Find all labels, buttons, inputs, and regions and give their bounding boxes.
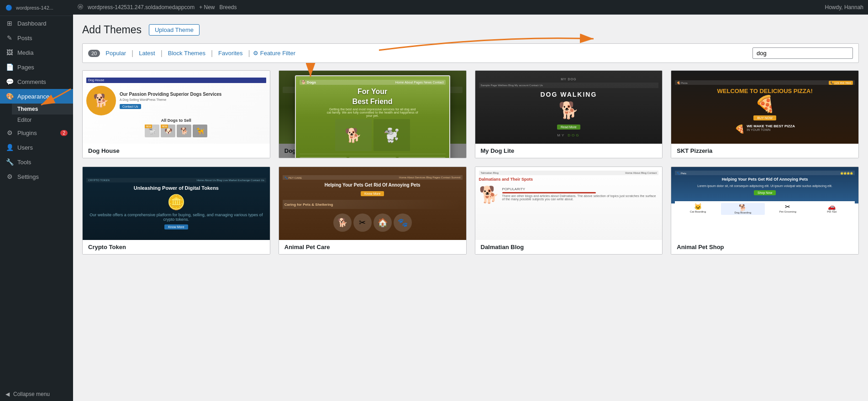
theme-count: 20 [88, 50, 100, 57]
site-url: wordpress-142... [16, 5, 53, 10]
theme-card-dogbreeder[interactable]: For Your Best Friend 🐕 🐩 Dog Breeder [279, 70, 467, 158]
plugins-icon: ⚙ [5, 129, 14, 136]
new-item[interactable]: + New [199, 4, 215, 10]
gear-icon: ⚙ [253, 50, 258, 57]
theme-card-pizza[interactable]: 🍕 Pizza 📞 123 456 7890 WELCOME TO DELICI… [671, 70, 859, 158]
howdy-text: Howdy, Hannah [825, 4, 864, 10]
theme-popup-card[interactable]: 🐕 Dogs Home About Pages News Contact For… [295, 75, 450, 158]
doghouse-subtext: All Dogs to Sell [161, 118, 191, 123]
dashboard-icon: ⊞ [5, 20, 14, 27]
page-title: Add Themes [82, 24, 142, 36]
sidebar-item-tools[interactable]: 🔧 Tools [0, 155, 73, 169]
wp-logo: ⓦ [78, 3, 83, 11]
tab-latest[interactable]: Latest [134, 48, 159, 58]
theme-thumbnail-doghouse: Dog House 🐕 Our Passion Providing Superi… [83, 71, 270, 144]
theme-thumbnail-petcare: 🐾 PET CARE Home About Services Blog Page… [279, 167, 466, 240]
sidebar-item-label: Plugins [17, 130, 37, 136]
theme-name-doghouse: Dog House [83, 144, 270, 158]
sidebar-item-label: Appearance [17, 93, 49, 100]
plugins-badge: 2 [60, 130, 68, 136]
theme-card-dalmatian[interactable]: Talmatian Blog Home About Blog Contact D… [475, 167, 663, 255]
sidebar-item-media[interactable]: 🖼 Media [0, 45, 73, 60]
sidebar-item-label: Themes [17, 106, 38, 112]
theme-name-petshop: Animal Pet Shop [671, 240, 858, 254]
search-box [752, 47, 853, 59]
theme-card-petcare[interactable]: 🐾 PET CARE Home About Services Blog Page… [279, 167, 467, 255]
sidebar: 🔵 wordpress-142... ⊞ Dashboard ✎ Posts 🖼… [0, 0, 73, 401]
sidebar-item-label: Comments [17, 78, 46, 85]
admin-bar-left: ⓦ wordpress-142531.247.soldadomedappcom … [78, 3, 237, 11]
admin-bar: ⓦ wordpress-142531.247.soldadomedappcom … [73, 0, 868, 15]
users-icon: 👤 [5, 144, 14, 151]
sidebar-item-dashboard[interactable]: ⊞ Dashboard [0, 16, 73, 31]
theme-thumbnail-crypto: CRYPTO TOKEN Home About Us Blog Live Mar… [83, 167, 270, 240]
sidebar-item-users[interactable]: 👤 Users [0, 140, 73, 155]
collapse-label: Collapse menu [13, 391, 50, 397]
theme-card-mydog[interactable]: My Dog Sample Page Wellnes Blog My accou… [475, 70, 663, 158]
sidebar-item-themes[interactable]: Themes [12, 104, 73, 115]
sidebar-submenu-appearance: Themes Editor [0, 104, 73, 125]
sidebar-item-label: Settings [17, 173, 39, 180]
media-icon: 🖼 [5, 49, 14, 56]
sidebar-logo: 🔵 wordpress-142... [0, 0, 73, 16]
petcare-title: Helping Your Pets Get Rid Of Annoying Pe… [325, 182, 421, 187]
sidebar-item-editor[interactable]: Editor [12, 115, 73, 125]
feature-filter[interactable]: ⚙ Feature Filter [253, 50, 295, 57]
sidebar-item-plugins[interactable]: ⚙ Plugins 2 [0, 125, 73, 140]
theme-name-petcare: Animal Pet Care [279, 240, 466, 254]
dalmatian-title: Dalmatians and Their Spots [479, 177, 533, 182]
crypto-title: Unleashing Power of Digital Tokens [134, 185, 219, 191]
theme-name-crypto: Crypto Token [83, 240, 270, 254]
sidebar-item-pages[interactable]: 📄 Pages [0, 60, 73, 74]
page-header: Add Themes Upload Theme [82, 24, 859, 36]
sidebar-item-label: Editor [17, 117, 32, 123]
doghouse-heading: Our Passion Providing Superior Dogs Serv… [120, 91, 221, 97]
theme-name-mydog: My Dog Lite [475, 144, 663, 158]
posts-icon: ✎ [5, 34, 14, 42]
theme-card-crypto[interactable]: CRYPTO TOKEN Home About Us Blog Live Mar… [82, 167, 270, 255]
petshop-title: Helping Your Pets Get Rid Of Annoying Pe… [722, 177, 808, 182]
sidebar-item-label: Posts [17, 35, 32, 42]
popup-thumbnail: 🐕 Dogs Home About Pages News Contact For… [296, 76, 449, 158]
wp-icon: 🔵 [5, 5, 12, 11]
main-content: ⓦ wordpress-142531.247.soldadomedappcom … [73, 0, 868, 401]
sidebar-item-label: Media [17, 49, 33, 56]
site-link[interactable]: wordpress-142531.247.soldadomedappcom [88, 4, 195, 10]
settings-icon: ⚙ [5, 173, 14, 180]
content-area: Add Themes Upload Theme 20 Popular | Lat… [73, 15, 868, 401]
mydog-text: DOG WALKING [540, 91, 597, 98]
pages-icon: 📄 [5, 63, 14, 71]
theme-thumbnail-mydog: My Dog Sample Page Wellnes Blog My accou… [475, 71, 663, 144]
theme-thumbnail-pizza: 🍕 Pizza 📞 123 456 7890 WELCOME TO DELICI… [671, 71, 858, 144]
sidebar-item-posts[interactable]: ✎ Posts [0, 31, 73, 45]
collapse-menu[interactable]: ◀ Collapse menu [0, 387, 73, 401]
appearance-icon: 🎨 [5, 93, 14, 100]
tab-popular[interactable]: Popular [101, 48, 131, 58]
search-input[interactable] [752, 47, 853, 59]
tab-block-themes[interactable]: Block Themes [163, 48, 210, 58]
breeds-item[interactable]: Breeds [220, 4, 237, 10]
sidebar-item-settings[interactable]: ⚙ Settings [0, 169, 73, 184]
theme-card-petshop[interactable]: 🐾 Pets ⭐⭐⭐⭐ Helping Your Pets Get Rid Of… [671, 167, 859, 255]
theme-name-pizza: SKT Pizzeria [671, 144, 858, 158]
theme-thumbnail-dalmatian: Talmatian Blog Home About Blog Contact D… [475, 167, 663, 240]
themes-grid: Dog House 🐕 Our Passion Providing Superi… [82, 70, 859, 255]
theme-thumbnail-petshop: 🐾 Pets ⭐⭐⭐⭐ Helping Your Pets Get Rid Of… [671, 167, 858, 240]
sidebar-item-comments[interactable]: 💬 Comments [0, 74, 73, 89]
sidebar-item-label: Dashboard [17, 20, 47, 27]
pizza-title: WELCOME TO DELICIOUS PIZZA! [717, 88, 813, 94]
sidebar-item-label: Users [17, 144, 33, 151]
theme-name-dalmatian: Dalmatian Blog [475, 240, 663, 254]
sidebar-item-label: Pages [17, 64, 34, 71]
theme-popup-overlay: 🐕 Dogs Home About Pages News Contact For… [279, 71, 466, 158]
admin-bar-right: Howdy, Hannah [825, 4, 864, 10]
sidebar-item-appearance[interactable]: 🎨 Appearance [0, 89, 73, 104]
tab-favorites[interactable]: Favorites [214, 48, 247, 58]
upload-theme-button[interactable]: Upload Theme [149, 24, 200, 36]
theme-card-doghouse[interactable]: Dog House 🐕 Our Passion Providing Superi… [82, 70, 270, 158]
sidebar-item-label: Tools [17, 159, 31, 166]
comments-icon: 💬 [5, 78, 14, 85]
feature-filter-label: Feature Filter [260, 50, 295, 57]
tabs-bar: 20 Popular | Latest | Block Themes | Fav… [82, 43, 859, 63]
collapse-icon: ◀ [5, 391, 10, 397]
